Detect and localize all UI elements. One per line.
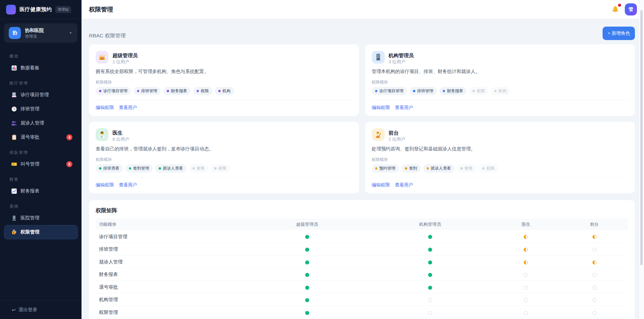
permission-tag: 财务报表 [440,87,467,95]
matrix-cell [491,243,561,255]
role-card-head: 前台 2 位用户 [372,128,629,142]
permission-dot-full [428,273,432,277]
logout-label: 退出登录 [19,307,37,313]
edit-permissions-link[interactable]: 编辑权限 [96,182,114,188]
tag-label: 排班查看 [103,166,120,171]
modules-label: 权限模块 [372,157,629,163]
sidebar-item-叫号管理[interactable]: 叫号管理5 [4,157,78,171]
matrix-cell [560,243,628,255]
hospital-role: 管理员 [25,34,69,39]
matrix-row-就诊人管理: 就诊人管理 [96,255,628,268]
role-card-前台: 前台 2 位用户 处理预约咨询、签到登记和基础就诊人信息管理。 权限模块 预约管… [365,122,635,193]
matrix-row-财务报表: 财务报表 [96,268,628,281]
permission-tag: 财务报表 [163,87,191,95]
permission-dot-none [524,273,528,277]
sidebar-nav: 概览 数据看板医疗管理 诊疗项目管理 排班管理 就诊人管理 退号审批4排队管理 [0,43,82,300]
matrix-col-header: 机构管理员 [369,218,491,230]
nav-section-label: 排队管理 [9,150,72,155]
tag-label: 财务 [197,166,205,171]
sidebar-item-数据看板[interactable]: 数据看板 [4,61,78,75]
matrix-module-name: 机构管理 [96,293,245,306]
nav-item-label: 医院管理 [21,215,72,221]
role-actions: 编辑权限 查看用户 [372,100,629,111]
role-meta: 前台 2 位用户 [389,130,406,142]
tag-label: 预约管理 [379,166,395,171]
sidebar-item-就诊人管理[interactable]: 就诊人管理 [4,116,78,130]
nav-item-label: 权限管理 [21,229,72,235]
matrix-row-诊疗项目管理: 诊疗项目管理 [96,230,628,243]
permission-dot-partial [524,235,528,239]
count-badge: 4 [66,134,72,140]
permission-matrix-card: 权限矩阵 功能模块 超级管理员 机构管理员 医生 前台 诊疗项目管理排班管理就诊… [89,200,635,319]
permission-tag: 诊疗项目管理 [96,87,131,95]
matrix-cell [560,306,628,318]
view-users-link[interactable]: 查看用户 [395,105,413,111]
sidebar-item-排班管理[interactable]: 排班管理 [4,102,78,116]
notification-bell-button[interactable] [611,5,619,13]
permission-dot-full [305,298,309,302]
hospital-meta: 协和医院 管理员 [25,27,69,39]
edit-permissions-link[interactable]: 编辑权限 [372,182,390,188]
count-badge: 5 [66,161,72,167]
role-card-机构管理员: 机构管理员 3 位用户 管理本机构的诊疗项目、排班、财务统计和就诊人。 权限模块… [365,44,635,116]
matrix-cell [369,280,491,293]
matrix-row-退号审批: 退号审批 [96,280,628,293]
role-user-count: 2 位用户 [389,137,406,142]
permission-tag: 就诊人查看 [423,164,455,173]
role-tags: 诊疗项目管理排班管理财务报表权限机构 [96,87,352,95]
matrix-cell [560,293,628,306]
notification-dot [618,4,621,7]
nav-section-label: 医疗管理 [9,80,72,86]
permission-dot-partial [524,260,528,264]
permission-dot-none [524,286,528,290]
view-users-link[interactable]: 查看用户 [119,182,137,188]
topbar: 权限管理 管 [82,0,644,19]
bar-chart-icon [11,65,17,71]
matrix-col-header: 超级管理员 [245,218,369,230]
view-users-link[interactable]: 查看用户 [395,182,413,188]
tag-label: 就诊人查看 [163,166,183,171]
role-cards-grid: 超级管理员 2 位用户 拥有系统全部权限，可管理多机构、角色与系统配置。 权限模… [89,44,635,193]
add-role-button[interactable]: + 新增角色 [603,27,635,40]
hospital-switcher[interactable]: 协 协和医院 管理员 ▼ [4,23,77,43]
hospital-avatar: 协 [9,27,21,39]
permission-dot-full [305,235,309,239]
permission-dot-none [592,298,597,302]
tag-dot [214,167,217,170]
front-desk-icon [372,128,385,141]
role-description: 拥有系统全部权限，可管理多机构、角色与系统配置。 [96,68,352,75]
users-icon [11,120,17,126]
permission-tag: 权限 [211,164,230,173]
matrix-cell [245,293,369,306]
permission-tag: 排班查看 [96,164,123,173]
sidebar-item-退号审批[interactable]: 退号审批4 [4,130,78,144]
permission-tag: 就诊人查看 [155,164,187,173]
permission-dot-none [428,311,432,315]
scrollbar[interactable] [639,0,644,319]
matrix-cell [369,268,491,281]
role-actions: 编辑权限 查看用户 [96,177,352,188]
view-users-link[interactable]: 查看用户 [119,105,137,111]
tag-label: 诊疗项目管理 [379,88,404,94]
edit-permissions-link[interactable]: 编辑权限 [96,105,114,111]
sidebar-item-权限管理[interactable]: 权限管理 [4,225,78,239]
nav-item-label: 诊疗项目管理 [21,92,72,98]
tag-dot [413,90,415,92]
permission-tag: 排班管理 [134,87,161,95]
sidebar-item-财务报表[interactable]: 财务报表 [4,184,78,198]
tag-dot [427,167,429,170]
matrix-cell [491,306,561,318]
edit-permissions-link[interactable]: 编辑权限 [372,105,390,111]
logout-button[interactable]: ↩ 退出登录 [0,300,82,319]
scrollbar-thumb[interactable] [640,10,643,265]
tag-dot [375,167,378,170]
user-avatar[interactable]: 管 [625,3,637,15]
nav-item-label: 排班管理 [21,106,72,112]
chart-up-icon [11,188,17,194]
brand: 医疗健康预约 管理端 [0,0,82,19]
permission-dot-full [305,260,309,264]
matrix-cell [560,268,628,281]
permission-matrix-table: 功能模块 超级管理员 机构管理员 医生 前台 诊疗项目管理排班管理就诊人管理财务… [96,218,628,318]
sidebar-item-医院管理[interactable]: 医院管理 [4,211,78,225]
sidebar-item-诊疗项目管理[interactable]: 诊疗项目管理 [4,88,78,102]
